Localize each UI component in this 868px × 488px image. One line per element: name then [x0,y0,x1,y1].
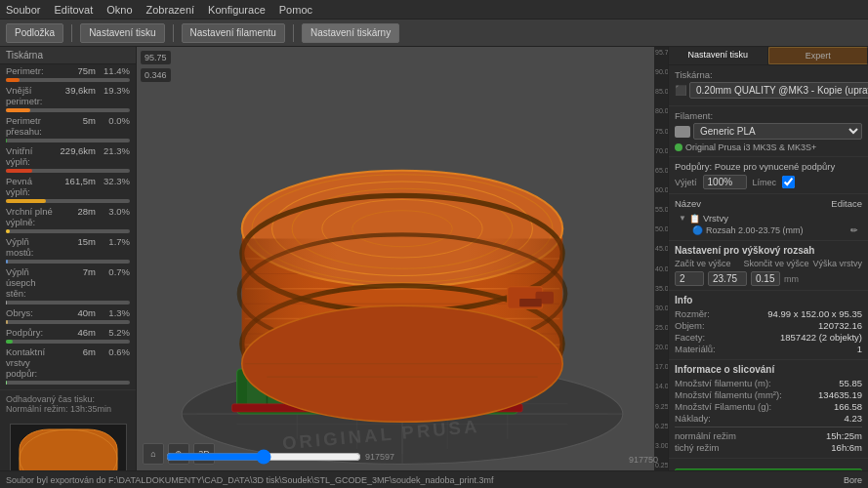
layer-scale: 95.75 90.0 85.0 80.0 75.0 70.0 65.0 60.0… [654,47,668,470]
menubar-soubor[interactable]: Soubor [6,4,40,16]
home-button[interactable]: ⌂ [143,443,164,465]
layer-top-value: 95.75 [141,51,171,64]
tree-rozsah[interactable]: 🔵 Rozsah 2.00-23.75 (mm) ✏ [675,224,862,236]
info-rozmer: Rozměr: 94.99 x 152.00 x 95.35 [675,308,862,319]
slicovani-section: Informace o slicování Množství filamentu… [669,360,868,459]
vyska-input[interactable] [751,271,780,286]
bar-vypln-mostu [0,259,136,265]
slicovani-cas-normal: normální režim 15h:25m [675,430,862,441]
tab-nastaveni-tisku-right[interactable]: Nastavení tisku [669,47,768,64]
vyjeti-input[interactable] [703,175,747,189]
info-objem: Objem: 120732.16 [675,320,862,331]
main-area: Tiskárna Perimetr: 75m 11.4% Vnější peri… [0,47,868,470]
tab-nastaveni-tisku[interactable]: Nastavení tisku [80,23,164,43]
supports-label: Podpůry: Pouze pro vynucené podpůry [675,161,862,172]
toolbar: Podložka Nastavení tisku Nastavení filam… [0,20,868,47]
stat-kontaktni: Kontaktní vrstvy podpůr: 6m 0.6% [0,346,136,380]
slicovani-cas-tichy: tichý režim 16h:6m [675,442,862,453]
menubar-konfigurace[interactable]: Konfigurace [208,4,266,16]
printer-row: ⬛ 0.20mm QUALITY @MK3 - Kopie (upraveno) [675,82,862,99]
printer-section: Tiskárna: ⬛ 0.20mm QUALITY @MK3 - Kopie … [669,65,868,106]
coords-x: 917597 [365,452,394,462]
left-panel: Tiskárna Perimetr: 75m 11.4% Vnější peri… [0,47,137,470]
bar-kontaktni [0,380,136,386]
statusbar: Soubor byl exportován do F:\DATALDOKUMEN… [0,470,868,488]
filament-select[interactable]: Generic PLA [693,123,862,140]
svg-rect-0 [20,429,117,470]
thumbnail [10,424,127,470]
bar-pevna-vypln [0,198,136,205]
layer-current-value: 0.346 [141,68,171,82]
time-estimate: Odhadovaný čas tisku: Normální režim: 13… [0,389,136,418]
slicovani-hmotnost: Množství filamentu (mm²): 134635.19 [675,389,862,400]
tab-podlozka[interactable]: Podložka [6,23,63,43]
info-materialy: Materiálů: 1 [675,344,862,354]
right-tabs: Nastavení tisku Expert [669,47,868,65]
height-inputs: mm [675,271,862,286]
right-panel: Nastavení tisku Expert Tiskárna: ⬛ 0.20m… [668,47,868,470]
tab-nastaveni-tiskarny[interactable]: Nastavení tiskárny [302,23,399,43]
tab-expert[interactable]: Expert [768,47,869,64]
slicovani-drouzko: Množství filamentu (m): 55.85 [675,378,862,388]
green-indicator [675,143,682,151]
bar-vnejsi-perimetr [0,107,136,114]
limec-checkbox[interactable] [782,176,795,188]
bar-obrys [0,319,136,326]
slicovani-gramaz: Množství Filamentu (g): 166.58 [675,401,862,412]
stat-pevna-vypln: Pevná výplň: 161,5m 32.3% [0,175,136,198]
height-range-section: Nastavení pro výškový rozsah Začít ve vý… [669,241,868,291]
stat-perimetr-presahu: Perimetr přesahu: 5m 0.0% [0,114,136,138]
printer-select[interactable]: 0.20mm QUALITY @MK3 - Kopie (upraveno) [689,82,868,99]
tree-vrstvy[interactable]: ▼ 📋 Vrstvy [675,212,862,224]
stat-usepch-sten: Výplň úsepch stěn: 7m 0.7% [0,265,136,300]
stat-perimetr: Perimetr: 75m 11.4% [0,64,136,77]
vyjeti-row: Výjetí Límec [675,175,862,189]
stat-vypln-mostu: Výplň mostů: 15m 1.7% [0,235,136,259]
bar-vnitrni-vypln [0,168,136,175]
viewport[interactable]: 95.75 90.0 85.0 80.0 75.0 70.0 65.0 60.0… [137,47,668,470]
divider-cas [675,427,862,427]
bar-podpory [0,339,136,346]
menubar-pomoc[interactable]: Pomoc [279,4,312,16]
bar-vrchni-vrstvy [0,228,136,235]
bar-perimetr-presahu [0,138,136,144]
svg-rect-52 [519,299,542,306]
status-message: Soubor byl exportován do F:\DATALDOKUMEN… [6,475,834,485]
supports-section: Podpůry: Pouze pro vynucené podpůry Výje… [669,157,868,194]
height-labels: Začít ve výšce Skončit ve výšce Výška vr… [675,259,862,268]
slicovani-naklady: Náklady: 4.23 [675,413,862,424]
tab-nastaveni-filamentu[interactable]: Nastavení filamentu [182,23,285,43]
menubar-editovat[interactable]: Editovat [54,4,93,16]
filament-row: Generic PLA [675,123,862,140]
filament-color-swatch[interactable] [675,126,690,138]
info-facety: Facety: 1857422 (2 objekty) [675,332,862,343]
sep1 [71,24,72,42]
stat-vnitrni-vypln: Vnitřní výplň: 229,6km 21.3% [0,144,136,168]
stat-vrchni-vrstvy: Vrchní plné výplně: 28m 3.0% [0,205,136,228]
rozsah-edit-icon[interactable]: ✏ [850,225,858,235]
position-slider[interactable] [166,449,361,465]
material-label: Original Prusa i3 MK3S & MK3S+ [685,142,816,152]
sep3 [293,24,294,42]
menubar-okno[interactable]: Okno [106,4,132,16]
menubar: Soubor Editovat Okno Zobrazení Konfigura… [0,0,868,20]
menubar-zobrazeni[interactable]: Zobrazení [146,4,195,16]
stat-obrys: Obrys: 40m 1.3% [0,306,136,319]
material-row: Original Prusa i3 MK3S & MK3S+ [675,142,862,152]
skoncit-input[interactable] [708,271,747,286]
bar-usepch-sten [0,300,136,306]
position-slider-area: 917597 [166,449,639,465]
stat-vnejsi-perimetr: Vnější perimetr: 39,6km 19.3% [0,84,136,107]
stat-podpory: Podpůry: 46m 5.2% [0,326,136,339]
info-section: Info Rozměr: 94.99 x 152.00 x 95.35 Obje… [669,291,868,360]
bore-label: Bore [844,475,862,485]
tree-header: Název Editace [675,198,862,209]
sep2 [173,24,174,42]
export-section: Exportovat G-code [669,459,868,470]
filament-section: Filament: Generic PLA Original Prusa i3 … [669,106,868,157]
stats-title: Tiskárna [0,47,136,64]
viewport-coords: 917750 [629,455,658,465]
bar-perimetr [0,77,136,84]
zacit-input[interactable] [675,271,704,286]
tree-section: Název Editace ▼ 📋 Vrstvy 🔵 Rozsah 2.00-2… [669,194,868,241]
